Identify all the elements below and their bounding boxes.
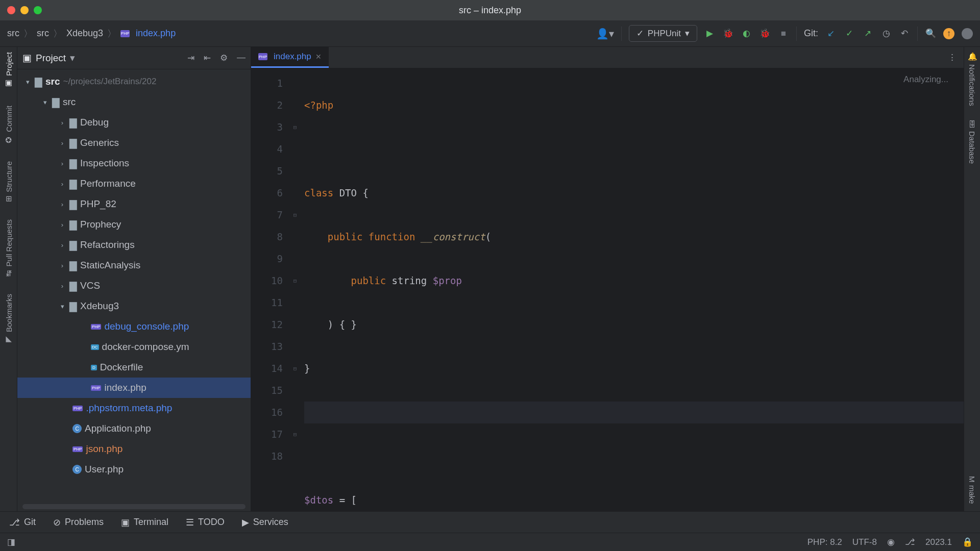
tree-file[interactable]: PHPjson.php bbox=[17, 439, 251, 459]
status-encoding[interactable]: UTF-8 bbox=[852, 537, 877, 547]
tool-project-tab[interactable]: ▣ Project bbox=[4, 50, 13, 90]
chevron-right-icon: 〉 bbox=[107, 28, 116, 40]
branch-icon[interactable]: ⎇ bbox=[905, 537, 915, 547]
tree-file[interactable]: PHPdebug_console.php bbox=[17, 316, 251, 337]
tree-folder[interactable]: ›▇Generics bbox=[17, 133, 251, 153]
chevron-down-icon[interactable]: ▾ bbox=[23, 78, 32, 86]
debug-button[interactable]: 🐞 bbox=[723, 28, 734, 39]
editor-body[interactable]: Analyzing... 1 2 3 4 5 6 7 8 9 10 11 12 … bbox=[251, 68, 964, 511]
tree-file[interactable]: DDockerfile bbox=[17, 357, 251, 378]
lock-icon[interactable]: 🔒 bbox=[962, 537, 973, 547]
status-php[interactable]: PHP: 8.2 bbox=[807, 537, 842, 547]
fold-icon[interactable]: ⊟ bbox=[290, 204, 300, 226]
git-push-icon[interactable]: ↗ bbox=[862, 28, 873, 39]
breadcrumb-item[interactable]: Xdebug3 bbox=[66, 28, 103, 39]
tree-folder[interactable]: ▾▇Xdebug3 bbox=[17, 296, 251, 316]
tool-notifications-tab[interactable]: 🔔 Notifications bbox=[968, 52, 977, 106]
avatar-icon[interactable] bbox=[962, 28, 973, 39]
breadcrumb-item-active[interactable]: index.php bbox=[136, 28, 176, 39]
horizontal-scrollbar[interactable] bbox=[22, 504, 246, 509]
fold-icon[interactable]: ⊟ bbox=[290, 116, 300, 138]
phpunit-icon: ✓ bbox=[636, 28, 644, 39]
php-file-icon: PHP bbox=[258, 53, 267, 60]
chevron-right-icon[interactable]: › bbox=[58, 119, 66, 127]
tool-problems-tab[interactable]: ⊘Problems bbox=[53, 517, 104, 528]
chevron-right-icon[interactable]: › bbox=[58, 221, 66, 229]
tree-file[interactable]: DCdocker-compose.ym bbox=[17, 337, 251, 357]
chevron-right-icon[interactable]: › bbox=[58, 201, 66, 208]
tool-terminal-tab[interactable]: ▣Terminal bbox=[121, 517, 168, 528]
tool-database-tab[interactable]: 🗄 Database bbox=[968, 120, 976, 164]
run-config-label: PHPUnit bbox=[648, 29, 681, 39]
breadcrumb-item[interactable]: src bbox=[7, 28, 19, 39]
stop-button[interactable]: ■ bbox=[778, 28, 789, 39]
chevron-down-icon[interactable]: ▾ bbox=[58, 303, 66, 310]
tree-folder[interactable]: ›▇Inspections bbox=[17, 153, 251, 173]
tree-file-selected[interactable]: PHPindex.php bbox=[17, 378, 251, 398]
fold-icon[interactable]: ⊟ bbox=[290, 423, 300, 445]
close-icon[interactable]: ✕ bbox=[315, 53, 322, 61]
close-icon[interactable] bbox=[7, 6, 15, 14]
tree-root[interactable]: ▾ ▇ src ~/projects/JetBrains/202 bbox=[17, 71, 251, 92]
tree-folder[interactable]: ›▇PHP_82 bbox=[17, 194, 251, 214]
inspections-icon[interactable]: ◉ bbox=[887, 537, 895, 547]
tree-folder[interactable]: ›▇Prophecy bbox=[17, 214, 251, 235]
chevron-down-icon[interactable]: ▾ bbox=[41, 98, 49, 106]
fold-gutter[interactable]: ⊟ ⊟ ⊟ ⊟ ⊟ bbox=[290, 68, 300, 511]
git-rollback-icon[interactable]: ↶ bbox=[899, 28, 910, 39]
chevron-right-icon: 〉 bbox=[53, 28, 62, 40]
minimize-icon[interactable] bbox=[20, 6, 29, 14]
tool-todo-tab[interactable]: ☰TODO bbox=[186, 517, 225, 528]
code-content[interactable]: <?php class DTO { public function __cons… bbox=[300, 68, 964, 511]
profile-button[interactable]: 🐞 bbox=[760, 28, 771, 39]
tool-git-tab[interactable]: ⎇Git bbox=[9, 517, 36, 528]
chevron-right-icon[interactable]: › bbox=[58, 282, 66, 290]
editor-tab-active[interactable]: PHP index.php ✕ bbox=[251, 47, 329, 68]
chevron-right-icon[interactable]: › bbox=[58, 241, 66, 249]
tree-folder[interactable]: ›▇Performance bbox=[17, 173, 251, 194]
fold-icon[interactable]: ⊟ bbox=[290, 358, 300, 380]
fold-icon[interactable]: ⊟ bbox=[290, 270, 300, 292]
tab-more-button[interactable]: ⋮ bbox=[941, 47, 964, 68]
tool-structure-tab[interactable]: ⊞ Structure bbox=[4, 159, 13, 204]
select-opened-icon[interactable]: ⇥ bbox=[187, 53, 194, 63]
maximize-icon[interactable] bbox=[34, 6, 42, 14]
chevron-down-icon[interactable]: ▾ bbox=[70, 52, 75, 64]
project-panel-title[interactable]: Project bbox=[36, 53, 66, 64]
git-commit-icon[interactable]: ✓ bbox=[844, 28, 855, 39]
bookmark-icon: ◥ bbox=[4, 335, 13, 344]
tree-file[interactable]: PHP.phpstorm.meta.php bbox=[17, 398, 251, 418]
code-with-me-icon[interactable]: 👤▾ bbox=[596, 28, 614, 40]
breadcrumb-item[interactable]: src bbox=[37, 28, 49, 39]
tree-folder[interactable]: ›▇Debug bbox=[17, 112, 251, 133]
tree-file[interactable]: CUser.php bbox=[17, 459, 251, 480]
chevron-right-icon[interactable]: › bbox=[58, 262, 66, 269]
tool-services-tab[interactable]: ▶Services bbox=[242, 517, 288, 528]
search-icon[interactable]: 🔍 bbox=[925, 28, 936, 39]
status-version[interactable]: 2023.1 bbox=[925, 537, 952, 547]
tree-folder[interactable]: ▾ ▇ src bbox=[17, 92, 251, 112]
project-tree[interactable]: ▾ ▇ src ~/projects/JetBrains/202 ▾ ▇ src… bbox=[17, 69, 251, 502]
hide-icon[interactable]: — bbox=[237, 53, 246, 63]
tree-folder[interactable]: ›▇Refactorings bbox=[17, 235, 251, 255]
tree-folder[interactable]: ›▇VCS bbox=[17, 276, 251, 296]
gear-icon[interactable]: ⚙ bbox=[220, 53, 228, 63]
git-pull-icon[interactable]: ↙ bbox=[825, 28, 837, 39]
run-button[interactable]: ▶ bbox=[704, 28, 716, 39]
tree-folder[interactable]: ›▇StaticAnalysis bbox=[17, 255, 251, 276]
tree-file[interactable]: CApplication.php bbox=[17, 418, 251, 439]
update-icon[interactable]: ↑ bbox=[943, 28, 954, 39]
expand-icon[interactable]: ⇤ bbox=[204, 53, 211, 63]
tool-make-tab[interactable]: M make bbox=[968, 476, 976, 504]
chevron-right-icon[interactable]: › bbox=[58, 180, 66, 188]
tool-commit-tab[interactable]: ✪ Commit bbox=[4, 104, 13, 146]
tool-bookmarks-tab[interactable]: ◥ Bookmarks bbox=[4, 292, 13, 346]
chevron-right-icon[interactable]: › bbox=[58, 139, 66, 147]
run-config-selector[interactable]: ✓ PHPUnit ▾ bbox=[629, 25, 697, 42]
git-history-icon[interactable]: ◷ bbox=[880, 28, 892, 39]
tool-pull-requests-tab[interactable]: ↹ Pull Requests bbox=[4, 217, 13, 279]
chevron-right-icon[interactable]: › bbox=[58, 160, 66, 167]
coverage-button[interactable]: ◐ bbox=[741, 28, 752, 39]
quick-access-icon[interactable]: ◨ bbox=[7, 537, 15, 547]
line-gutter[interactable]: 1 2 3 4 5 6 7 8 9 10 11 12 13 14 15 16 1 bbox=[251, 68, 290, 511]
